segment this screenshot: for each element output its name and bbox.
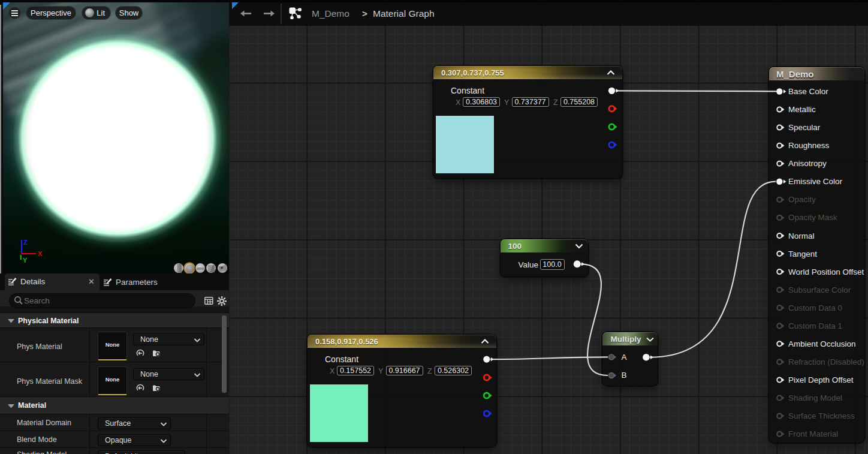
- svg-text:Z: Z: [23, 239, 28, 246]
- svg-text:Y: Y: [23, 257, 28, 264]
- svg-text:X: X: [38, 250, 43, 257]
